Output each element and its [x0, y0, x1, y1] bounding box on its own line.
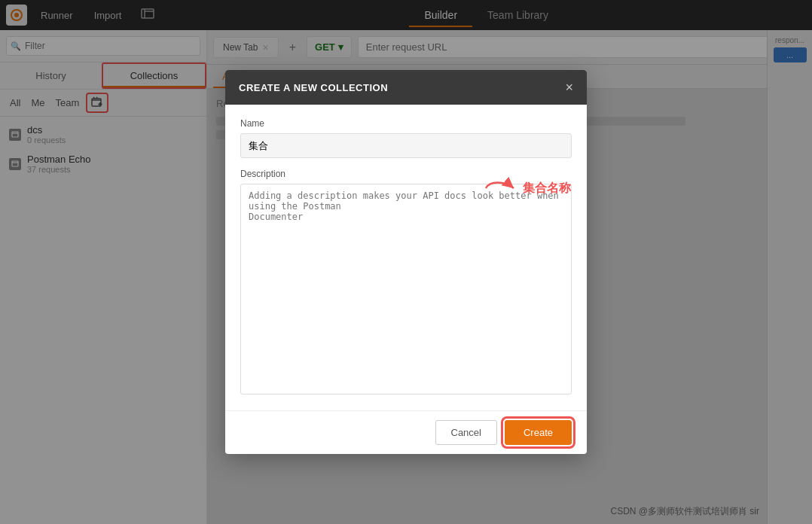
modal-overlay: CREATE A NEW COLLECTION × Name Descripti… — [0, 0, 812, 524]
collection-name-input[interactable] — [240, 133, 572, 158]
cancel-button[interactable]: Cancel — [435, 420, 497, 445]
collection-description-input[interactable] — [240, 184, 572, 395]
modal-header: CREATE A NEW COLLECTION × — [225, 70, 587, 105]
create-button[interactable]: Create — [505, 420, 572, 445]
create-collection-modal: CREATE A NEW COLLECTION × Name Descripti… — [225, 70, 587, 454]
modal-close-button[interactable]: × — [565, 81, 573, 94]
name-label: Name — [240, 118, 572, 129]
modal-title: CREATE A NEW COLLECTION — [239, 82, 388, 93]
description-label: Description — [240, 169, 572, 179]
modal-footer: Cancel Create — [225, 410, 587, 454]
modal-body: Name Description — [225, 105, 587, 410]
